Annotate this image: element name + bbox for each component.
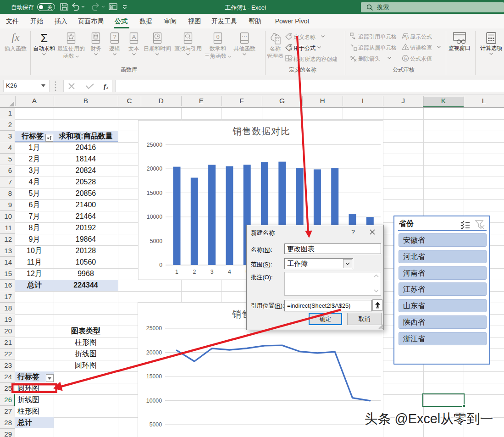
svg-text:Σ: Σ <box>40 32 48 44</box>
svg-text:3: 3 <box>210 269 214 275</box>
svg-text:15000: 15000 <box>147 190 162 196</box>
svg-text:20000: 20000 <box>147 166 162 172</box>
svg-text:θ: θ <box>216 33 219 40</box>
svg-text:x: x <box>106 85 109 90</box>
svg-text:25000: 25000 <box>146 325 162 332</box>
svg-text:2: 2 <box>193 269 196 275</box>
svg-text:A: A <box>132 33 136 40</box>
svg-text:4: 4 <box>228 269 231 275</box>
svg-text:?: ? <box>113 33 116 40</box>
svg-text:0: 0 <box>159 262 162 268</box>
svg-text:fx: fx <box>289 47 293 51</box>
svg-text:5000: 5000 <box>150 421 162 428</box>
svg-text:20000: 20000 <box>146 349 162 356</box>
svg-text:15000: 15000 <box>146 373 162 380</box>
svg-text:···: ··· <box>242 33 247 39</box>
svg-text:fx: fx <box>406 35 409 40</box>
svg-text:10000: 10000 <box>146 398 162 404</box>
svg-text:fx: fx <box>11 32 20 43</box>
svg-text:10000: 10000 <box>147 214 162 220</box>
svg-text:5000: 5000 <box>150 238 163 244</box>
svg-text:25000: 25000 <box>147 142 162 148</box>
svg-text:1: 1 <box>175 269 178 275</box>
svg-text:销售数据对比: 销售数据对比 <box>232 126 290 136</box>
svg-text:fx: fx <box>404 56 407 61</box>
